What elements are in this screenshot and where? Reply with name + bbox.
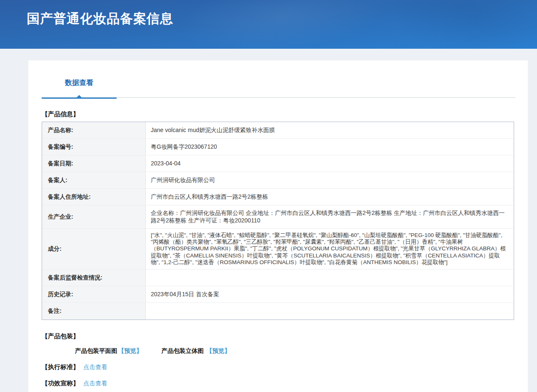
table-row-manufacturer: 生产企业: 企业名称：广州润研化妆品有限公司 企业地址：广州市白云区人和镇秀水塘… <box>42 205 514 229</box>
row-label: 备案编号: <box>42 139 146 155</box>
packaging-row: 产品包装平面图【预览】 产品包装立体图 【预览】 <box>42 347 515 355</box>
table-row-history: 历史记录: 2023年04月15日 首次备案 <box>42 286 514 303</box>
efficacy-row: 【功效宣称】点击查看 <box>42 380 515 387</box>
row-value: 2023-04-04 <box>146 155 514 172</box>
row-value <box>146 303 514 320</box>
row-value: 广州润研化妆品有限公司 <box>146 172 514 188</box>
row-value <box>146 270 514 286</box>
table-row-registrant: 备案人: 广州润研化妆品有限公司 <box>42 172 514 189</box>
row-label: 成分: <box>42 229 146 269</box>
table-row-registrant-address: 备案人住所地址: 广州市白云区人和镇秀水塘西一路2号2栋整栋 <box>42 189 514 205</box>
row-value: Jane volcanic mud妍泥火山泥舒缓紧致补水面膜 <box>146 122 514 138</box>
row-label: 备注: <box>42 303 146 320</box>
section-title-efficacy: 【功效宣称】 <box>42 380 79 387</box>
packaging-stereo-label: 产品包装立体图 <box>162 347 204 354</box>
table-row-registration-date: 备案日期: 2023-04-04 <box>42 155 514 172</box>
row-value: 2023年04月15日 首次备案 <box>146 286 514 302</box>
table-row-registration-number: 备案编号: 粤G妆网备字2023067120 <box>42 139 514 155</box>
table-row-ingredients: 成分: ["水", "火山泥", "甘油", "液体石蜡", "鲸蜡硬脂醇", … <box>42 229 514 270</box>
row-label: 历史记录: <box>42 286 146 302</box>
row-label: 备案人: <box>42 172 146 188</box>
row-label: 备案后监督检查情况: <box>42 270 146 286</box>
row-label: 生产企业: <box>42 205 146 228</box>
packaging-flat-item: 产品包装平面图【预览】 <box>75 347 142 355</box>
row-value: 粤G妆网备字2023067120 <box>146 139 514 155</box>
efficacy-view-link[interactable]: 点击查看 <box>83 380 107 387</box>
section-title-standard: 【执行标准】 <box>42 363 79 370</box>
packaging-stereo-item: 产品包装立体图 【预览】 <box>162 347 231 355</box>
packaging-stereo-preview-link[interactable]: 【预览】 <box>206 347 230 354</box>
row-label: 备案人住所地址: <box>42 189 146 205</box>
table-row-remarks: 备注: <box>42 303 514 320</box>
standard-row: 【执行标准】点击查看 <box>42 363 515 371</box>
table-row-supervision: 备案后监督检查情况: <box>42 270 514 286</box>
tab-active-underline <box>42 97 117 99</box>
product-info-table: 产品名称: Jane volcanic mud妍泥火山泥舒缓紧致补水面膜 备案编… <box>42 122 514 320</box>
tab-data-view-label: 数据查看 <box>65 79 93 87</box>
content-card: 数据查看 【产品信息】 产品名称: Jane volcanic mud妍泥火山泥… <box>28 60 528 392</box>
row-label: 备案日期: <box>42 155 146 172</box>
packaging-flat-label: 产品包装平面图 <box>75 347 117 354</box>
page-header: 国产普通化妆品备案信息 <box>0 0 537 49</box>
packaging-flat-preview-link[interactable]: 【预览】 <box>118 347 142 354</box>
page-title: 国产普通化妆品备案信息 <box>0 0 537 27</box>
tab-triangle-icon <box>76 95 82 98</box>
tab-data-view[interactable]: 数据查看 <box>42 73 117 98</box>
row-value: 企业名称：广州润研化妆品有限公司 企业地址：广州市白云区人和镇秀水塘西一路2号2… <box>146 205 514 228</box>
standard-view-link[interactable]: 点击查看 <box>83 364 107 370</box>
row-value: 广州市白云区人和镇秀水塘西一路2号2栋整栋 <box>146 189 514 205</box>
section-title-packaging: 【产品包装】 <box>42 332 515 340</box>
row-value: ["水", "火山泥", "甘油", "液体石蜡", "鲸蜡硬脂醇", "聚二甲… <box>146 229 514 269</box>
table-row-product-name: 产品名称: Jane volcanic mud妍泥火山泥舒缓紧致补水面膜 <box>42 122 514 139</box>
section-title-product-info: 【产品信息】 <box>42 110 515 118</box>
tab-bar: 数据查看 <box>42 73 515 98</box>
row-label: 产品名称: <box>42 122 146 138</box>
